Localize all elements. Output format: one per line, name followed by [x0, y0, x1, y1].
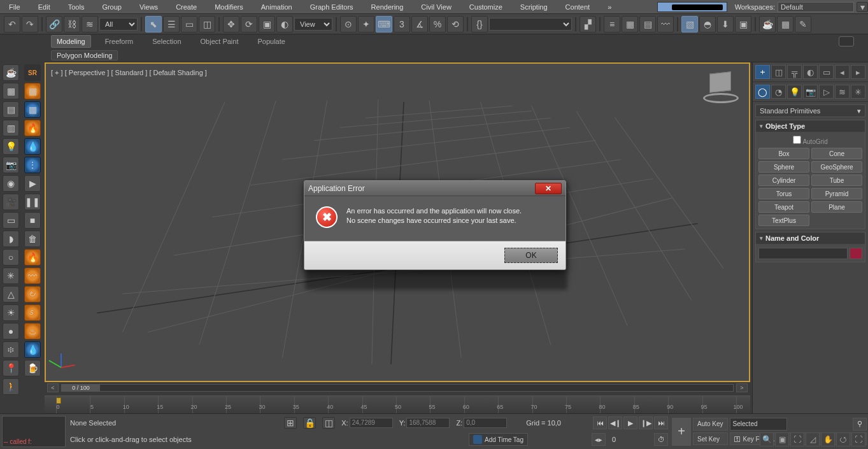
menu-edit[interactable]: Edit — [29, 0, 59, 14]
wire-icon[interactable]: ✳ — [3, 267, 19, 284]
spinner-snap-icon[interactable]: ⟲ — [447, 16, 464, 32]
unlink-icon[interactable]: ⛓ — [64, 16, 80, 32]
set-key-button[interactable]: Set Key — [693, 432, 728, 445]
toggle-ribbon-icon[interactable]: ▤ — [639, 16, 656, 32]
lock-selection-icon[interactable]: ⊞ — [284, 417, 297, 429]
ribbon-tab-populate[interactable]: Populate — [252, 36, 290, 47]
geometry-category-icon[interactable]: ◯ — [755, 85, 770, 99]
undo-icon[interactable]: ↶ — [4, 16, 20, 32]
pause-icon[interactable]: ❚❚ — [24, 194, 41, 210]
select-region-rect-icon[interactable]: ▭ — [181, 16, 197, 32]
fire-1-icon[interactable]: 🔥 — [24, 120, 41, 136]
ribbon-tab-object-paint[interactable]: Object Paint — [196, 36, 244, 47]
ref-coord-select[interactable]: View — [294, 18, 332, 31]
timeline-scroll-thumb[interactable]: 0 / 100 — [62, 385, 100, 391]
menu-customize[interactable]: Customize — [460, 0, 511, 14]
placement-icon[interactable]: ◐ — [276, 16, 293, 32]
menu-more[interactable]: » — [599, 0, 620, 14]
swirl-icon[interactable]: ౿ — [24, 286, 41, 303]
pan-icon[interactable]: ✋ — [821, 432, 835, 446]
folder-icon[interactable]: ▭ — [3, 212, 19, 229]
zoom-all-icon[interactable]: ▣ — [775, 432, 789, 446]
timeline-scroll-right[interactable]: > — [736, 383, 748, 392]
helpers-category-icon[interactable]: ▷ — [819, 85, 834, 99]
maxscript-listener[interactable]: -- called f: — [2, 416, 66, 447]
camera-icon[interactable]: 📷 — [3, 157, 19, 173]
key-filter-left-icon[interactable]: ⚲ — [853, 418, 867, 431]
absolute-mode-icon[interactable]: ◫ — [322, 417, 335, 429]
ribbon-tab-selection[interactable]: Selection — [147, 36, 186, 47]
next-frame-icon[interactable]: ❙▶ — [639, 417, 653, 429]
btn-tube[interactable]: Tube — [811, 175, 862, 186]
render-online-icon[interactable]: ✎ — [795, 16, 811, 32]
create-tab-icon[interactable]: ＋ — [755, 65, 770, 79]
timeline-key-0[interactable] — [56, 397, 61, 404]
workspace-select[interactable]: Default — [778, 2, 854, 12]
stop-icon[interactable]: ■ — [24, 212, 41, 229]
add-time-tag[interactable]: Add Time Tag — [469, 433, 528, 446]
ribbon-tab-modeling[interactable]: Modeling — [51, 35, 91, 48]
zoom-ext-icon[interactable]: ⛶ — [790, 432, 804, 446]
render-setup-icon[interactable]: ⬇ — [717, 16, 734, 32]
menu-animation[interactable]: Animation — [252, 0, 301, 14]
render-prod-icon[interactable]: ☕ — [759, 16, 776, 32]
fire-3-icon[interactable]: 〰 — [24, 267, 41, 284]
key-mode-select[interactable]: Selected — [730, 418, 787, 431]
autogrid-checkbox[interactable] — [793, 136, 801, 144]
menu-rendering[interactable]: Rendering — [362, 0, 413, 14]
sr-icon[interactable]: SR — [24, 64, 41, 81]
prev-frame-icon[interactable]: ◀❙ — [608, 417, 622, 429]
set-key-big-icon[interactable]: + — [672, 418, 691, 446]
menu-graph-editors[interactable]: Graph Editors — [301, 0, 362, 14]
hierarchy-tab-icon[interactable]: ╦ — [787, 65, 802, 79]
layer-explorer-icon[interactable]: ▦ — [622, 16, 638, 32]
orbit-icon[interactable]: ⭯ — [836, 432, 850, 446]
snap-toggle-icon[interactable]: 3 — [394, 16, 410, 32]
water-drop-icon[interactable]: 💧 — [24, 138, 41, 155]
pivot-icon[interactable]: ⊙ — [340, 16, 357, 32]
rotate-icon[interactable]: ⟳ — [241, 16, 257, 32]
mirror-icon[interactable]: ▞ — [580, 16, 596, 32]
workspace-menu-icon[interactable]: ▾ — [857, 2, 868, 12]
key-mode-toggle-icon[interactable]: ◂▸ — [592, 433, 606, 446]
redo-icon[interactable]: ↷ — [22, 16, 38, 32]
x-coord[interactable]: 24,7289 — [350, 418, 393, 428]
btn-box[interactable]: Box — [758, 148, 809, 159]
motion-tab-icon[interactable]: ◐ — [803, 65, 818, 79]
light-bulb-icon[interactable]: 💡 — [3, 138, 19, 155]
btn-geosphere[interactable]: GeoSphere — [811, 161, 862, 173]
sphere-white-icon[interactable]: ○ — [3, 249, 19, 266]
blue-cells-icon[interactable]: ▦ — [24, 101, 41, 118]
viewcube[interactable] — [703, 70, 739, 106]
material-editor-icon[interactable]: ◓ — [699, 16, 716, 32]
modify-tab-icon[interactable]: ◫ — [771, 65, 786, 79]
selection-filter[interactable]: All — [99, 18, 138, 31]
mug-icon[interactable]: 🍺 — [24, 360, 41, 376]
select-region-window-icon[interactable]: ◫ — [199, 16, 215, 32]
btn-sphere[interactable]: Sphere — [758, 161, 809, 173]
menu-group[interactable]: Group — [93, 0, 131, 14]
btn-cone[interactable]: Cone — [811, 148, 862, 159]
particles-icon[interactable]: ፨ — [3, 341, 19, 358]
fire-2-icon[interactable]: 🔥 — [24, 249, 41, 266]
rollout-name-color[interactable]: Name and Color — [756, 232, 865, 244]
dialog-titlebar[interactable]: Application Error ✕ — [304, 181, 566, 196]
render-iterate-icon[interactable]: ▦ — [777, 16, 793, 32]
display-tab-icon[interactable]: ▭ — [819, 65, 834, 79]
viewport-label[interactable]: [ + ] [ Perspective ] [ Standard ] [ Def… — [51, 69, 207, 76]
ribbon-tab-freeform[interactable]: Freeform — [100, 36, 139, 47]
btn-textplus[interactable]: TextPlus — [758, 215, 809, 226]
z-coord[interactable]: 0,0 — [464, 418, 507, 428]
render-frame-icon[interactable]: ▣ — [735, 16, 751, 32]
timeline-scrollbar[interactable]: 0 / 100 — [61, 384, 734, 392]
angle-snap-icon[interactable]: ∡ — [411, 16, 428, 32]
keyboard-shortcut-icon[interactable]: ⌨ — [376, 16, 392, 32]
auto-key-button[interactable]: Auto Key — [693, 418, 728, 431]
walk-icon[interactable]: 🚶 — [3, 378, 19, 395]
menu-tools[interactable]: Tools — [59, 0, 94, 14]
maximize-vp-icon[interactable]: ⛶ — [851, 432, 865, 446]
link-icon[interactable]: 🔗 — [46, 16, 62, 32]
percent-snap-icon[interactable]: % — [429, 16, 446, 32]
user-account[interactable] — [657, 2, 727, 12]
align-icon[interactable]: ≡ — [604, 16, 620, 32]
